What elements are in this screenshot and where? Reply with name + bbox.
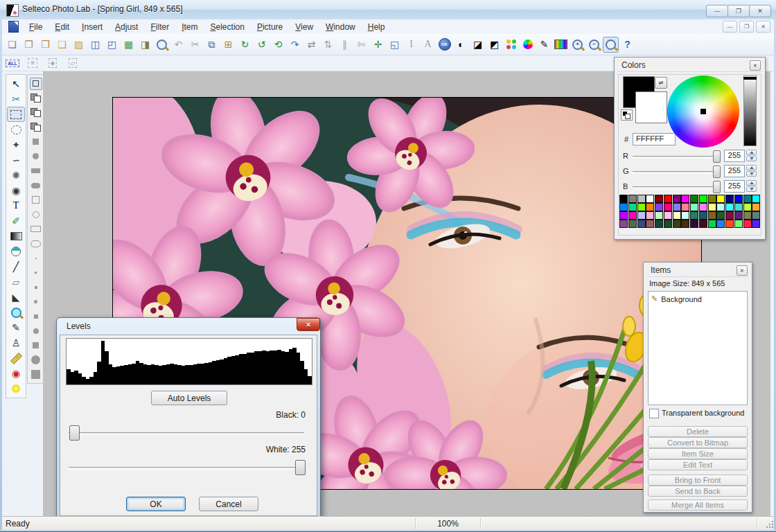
palette-swatch-49[interactable]: [628, 220, 637, 228]
brush-size-5-button[interactable]: [29, 309, 43, 323]
open-image-folder-button[interactable]: ▨: [71, 37, 87, 53]
r-spin-down-icon[interactable]: [746, 156, 757, 161]
cancel-button[interactable]: Cancel: [199, 497, 258, 511]
reset-colors-icon[interactable]: [621, 109, 633, 121]
palette-swatch-43[interactable]: [716, 211, 725, 220]
line-tool-button[interactable]: ╱: [7, 259, 25, 274]
b-value-field[interactable]: 255: [724, 180, 745, 193]
palette-swatch-9[interactable]: [699, 195, 707, 203]
palette-swatch-30[interactable]: [743, 203, 752, 211]
lasso-tool-button[interactable]: ∽: [7, 152, 25, 168]
palette-swatch-23[interactable]: [681, 203, 689, 211]
palette-swatch-54[interactable]: [673, 220, 681, 228]
restore-button[interactable]: ❐: [728, 5, 750, 17]
zoom-in-button[interactable]: +: [570, 37, 585, 53]
brush-ellipse-outline-button[interactable]: [29, 236, 43, 251]
transparent-background-checkbox[interactable]: [649, 409, 659, 418]
g-slider-track[interactable]: [633, 171, 720, 174]
palette-swatch-0[interactable]: [619, 195, 628, 203]
palette-swatch-53[interactable]: [664, 220, 672, 228]
swap-colors-icon[interactable]: ⇄: [655, 77, 667, 89]
gradient-tool-button[interactable]: [7, 229, 25, 244]
draw-line-button[interactable]: ✎: [536, 37, 552, 53]
brush-rect-outline-button[interactable]: [29, 222, 43, 236]
pencil-tool-button[interactable]: ✎: [7, 320, 25, 335]
palette-swatch-57[interactable]: [699, 220, 707, 228]
free-rotate-button[interactable]: ↷: [287, 37, 303, 53]
palette-swatch-55[interactable]: [681, 220, 689, 228]
palette-swatch-1[interactable]: [628, 195, 637, 203]
menu-filter[interactable]: Filter: [144, 21, 175, 33]
palette-swatch-34[interactable]: [637, 211, 646, 220]
white-level-slider[interactable]: [295, 460, 306, 475]
b-slider-track[interactable]: [633, 186, 720, 189]
palette-swatch-15[interactable]: [752, 195, 760, 203]
zoom-out-button[interactable]: −: [586, 37, 602, 53]
mdi-restore-button[interactable]: ❐: [739, 21, 754, 33]
brush-square-outline-button[interactable]: [29, 193, 43, 207]
colors-panel-close-icon[interactable]: ✕: [750, 60, 761, 71]
palette-swatch-3[interactable]: [646, 195, 654, 203]
save-button[interactable]: ◫: [87, 37, 103, 53]
palette-swatch-59[interactable]: [716, 220, 725, 228]
brush-size-9-button[interactable]: [29, 367, 43, 382]
palette-swatch-48[interactable]: [619, 220, 628, 228]
rect-select-tool-button[interactable]: [7, 107, 25, 122]
menu-selection[interactable]: Selection: [204, 21, 251, 33]
r-value-field[interactable]: 255: [724, 150, 745, 162]
g-spin-up-icon[interactable]: [746, 165, 757, 170]
rotate-left-button[interactable]: ↺: [254, 37, 270, 53]
sphere-tool-button[interactable]: [7, 244, 25, 259]
red-eye-tool-button[interactable]: ◉: [7, 366, 25, 381]
palette-swatch-11[interactable]: [716, 195, 725, 203]
menu-window[interactable]: Window: [319, 21, 362, 33]
hue-saturation-button[interactable]: [520, 37, 536, 53]
white-level-track[interactable]: [69, 467, 304, 470]
palette-swatch-26[interactable]: [708, 203, 716, 211]
brush-rect-filled-button[interactable]: [29, 163, 43, 178]
menu-adjust[interactable]: Adjust: [109, 21, 144, 33]
palette-swatch-39[interactable]: [681, 211, 689, 220]
ruler-tool-button[interactable]: [7, 351, 25, 366]
print-preview-button[interactable]: [154, 37, 170, 53]
g-spin-down-icon[interactable]: [746, 171, 757, 177]
brush-ellipse-filled-button[interactable]: [29, 178, 43, 193]
palette-swatch-56[interactable]: [690, 220, 698, 228]
mdi-close-button[interactable]: ✕: [756, 21, 770, 33]
palette-swatch-13[interactable]: [734, 195, 743, 203]
brush-size-4-button[interactable]: [29, 294, 43, 309]
layer-item[interactable]: ✎Background: [649, 292, 747, 303]
menu-insert[interactable]: Insert: [76, 21, 109, 33]
palette-swatch-47[interactable]: [752, 211, 760, 220]
palette-swatch-29[interactable]: [734, 203, 743, 211]
paste-as-new-image-button[interactable]: ❒: [37, 37, 53, 53]
palette-swatch-27[interactable]: [716, 203, 725, 211]
background-color-swatch[interactable]: [635, 91, 667, 123]
palette-swatch-61[interactable]: [734, 220, 743, 228]
palette-swatch-36[interactable]: [655, 211, 663, 220]
palette-swatch-60[interactable]: [725, 220, 734, 228]
palette-swatch-19[interactable]: [646, 203, 654, 211]
black-level-slider[interactable]: [69, 425, 80, 441]
palette-swatch-24[interactable]: [690, 203, 698, 211]
hex-color-field[interactable]: FFFFFF: [633, 133, 676, 145]
b-slider-thumb[interactable]: [713, 181, 721, 193]
palette-swatch-10[interactable]: [708, 195, 716, 203]
palette-swatch-44[interactable]: [725, 211, 734, 220]
brush-size-8-button[interactable]: [29, 353, 43, 367]
palette-swatch-17[interactable]: [628, 203, 637, 211]
palette-swatch-14[interactable]: [743, 195, 752, 203]
palette-swatch-42[interactable]: [708, 211, 716, 220]
palette-swatch-28[interactable]: [725, 203, 734, 211]
eraser-tool-button[interactable]: ▱: [7, 274, 25, 290]
palette-swatch-25[interactable]: [699, 203, 707, 211]
palette-swatch-33[interactable]: [628, 211, 637, 220]
palette-swatch-46[interactable]: [743, 211, 752, 220]
brightness-marker[interactable]: [743, 77, 757, 80]
resize-button[interactable]: ✛: [370, 37, 386, 53]
shape-square-button-button[interactable]: [29, 76, 43, 91]
palette-swatch-37[interactable]: [664, 211, 672, 220]
magic-wand-tool-button[interactable]: ✺: [7, 168, 25, 183]
brush-size-2-button[interactable]: [29, 265, 43, 280]
zoom-actual-button[interactable]: [603, 37, 619, 53]
